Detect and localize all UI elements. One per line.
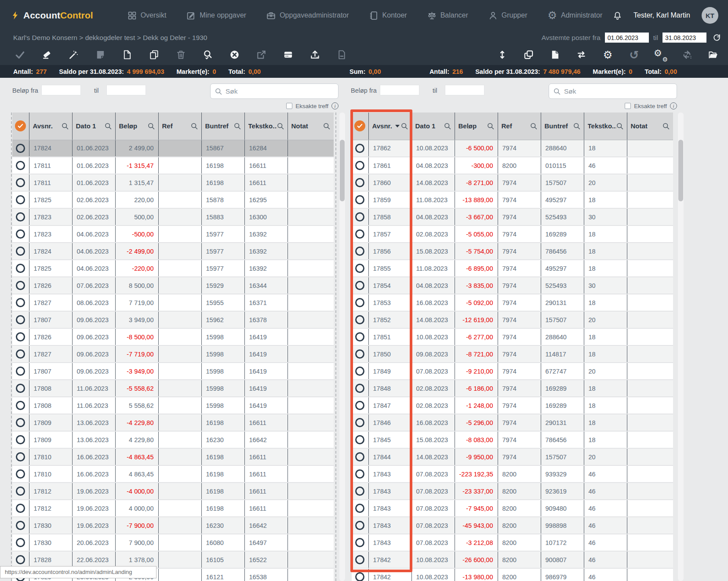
column-search-icon[interactable] xyxy=(530,123,537,130)
column-search-icon[interactable] xyxy=(662,123,670,130)
row-select-circle[interactable] xyxy=(16,435,25,444)
table-row[interactable]: 1782401.06.20232 499,001586716284 xyxy=(12,140,334,157)
row-select-circle[interactable] xyxy=(355,298,364,307)
column-search-icon[interactable] xyxy=(191,123,198,130)
table-row[interactable]: 1784414.08.2023-9 950,00797415750720 xyxy=(352,448,673,465)
row-select-circle[interactable] xyxy=(355,229,364,239)
row-select-circle[interactable] xyxy=(16,504,25,513)
new-document-button[interactable] xyxy=(121,49,133,61)
table-row[interactable]: 1780709.06.2023-3 949,001599816419 xyxy=(12,363,334,380)
column-header-bel-p[interactable]: Beløp xyxy=(115,113,158,140)
search-input-left[interactable] xyxy=(226,87,334,95)
table-row[interactable]: 1785911.08.2023-13 889,00797449529718 xyxy=(352,191,673,208)
row-select-circle[interactable] xyxy=(16,401,25,410)
gears-settings-button[interactable]: ⚙⚙ xyxy=(655,49,666,61)
nav-balancer[interactable]: Balancer xyxy=(427,10,468,21)
column-header-avsnr[interactable]: Avsnr. xyxy=(368,113,411,140)
row-select-circle[interactable] xyxy=(16,161,25,170)
row-select-circle[interactable] xyxy=(355,418,364,427)
table-row[interactable]: 1784210.08.2023-13 980,00820098697946 xyxy=(352,568,673,581)
table-row[interactable]: 1784702.08.2023-1 248,00797416928918 xyxy=(352,397,673,414)
row-select-circle[interactable] xyxy=(355,538,364,547)
table-row[interactable]: 1780811.06.2023-5 558,621599816419 xyxy=(12,380,334,397)
table-row[interactable]: 1784515.08.2023-8 083,00797478645618 xyxy=(352,431,673,448)
table-row[interactable]: 1785404.08.2023-3 835,00797452549330 xyxy=(352,277,673,294)
row-select-circle[interactable] xyxy=(355,452,364,461)
info-icon[interactable]: i xyxy=(331,102,339,109)
column-search-icon[interactable] xyxy=(323,123,330,130)
transfer-arrows-button[interactable] xyxy=(575,49,587,61)
table-row[interactable]: 1781016.06.2023-4 863,451619816611 xyxy=(12,448,334,465)
table-row[interactable]: 1781101.06.2023-1 315,471619816611 xyxy=(12,157,334,174)
row-select-circle[interactable] xyxy=(355,487,364,496)
table-row[interactable]: 1783020.06.20237 900,001608016497 xyxy=(12,534,334,551)
row-select-circle[interactable] xyxy=(355,195,364,204)
settings-gear-button[interactable]: ⚙ xyxy=(602,49,614,61)
table-row[interactable]: 1784802.08.2023-6 186,00797416928918 xyxy=(352,380,673,397)
select-all-circle[interactable] xyxy=(352,113,368,140)
vertical-resize-button[interactable] xyxy=(496,49,508,61)
row-select-circle[interactable] xyxy=(16,212,25,222)
nav-grupper[interactable]: Grupper xyxy=(488,10,528,21)
document-minus-button[interactable] xyxy=(336,49,348,61)
table-row[interactable]: 1784907.08.2023-9 210,00797467274720 xyxy=(352,363,673,380)
table-row[interactable]: 1785511.08.2023-6 895,00797449529718 xyxy=(352,260,673,277)
table-row[interactable]: 1785110.08.2023-6 277,00797428864018 xyxy=(352,328,673,345)
date-to-input[interactable] xyxy=(662,33,706,43)
column-header-ref[interactable]: Ref xyxy=(498,113,541,140)
table-row[interactable]: 1784307.08.2023-3 212,08820010717246 xyxy=(352,534,673,551)
row-select-circle[interactable] xyxy=(355,349,364,359)
left-table-scrollbar[interactable] xyxy=(339,113,345,581)
exact-match-checkbox[interactable] xyxy=(286,103,292,109)
share-export-button[interactable] xyxy=(255,49,267,61)
row-select-circle[interactable] xyxy=(16,281,25,290)
column-search-icon[interactable] xyxy=(148,123,155,130)
refresh-icon[interactable] xyxy=(713,33,721,42)
date-from-input[interactable] xyxy=(605,33,649,43)
table-row[interactable]: 1783019.06.2023-7 900,001623016642 xyxy=(12,517,334,534)
info-icon[interactable]: i xyxy=(670,102,677,109)
nav-mine-oppgaver[interactable]: Mine oppgaver xyxy=(186,10,246,21)
column-header-notat[interactable]: Notat xyxy=(288,113,334,140)
table-row[interactable]: 1786014.08.2023-8 271,00797415750720 xyxy=(352,174,673,191)
eraser-button[interactable] xyxy=(41,49,53,61)
column-search-icon[interactable] xyxy=(444,123,451,130)
magic-wand-button[interactable] xyxy=(68,49,80,61)
row-select-circle[interactable] xyxy=(16,384,25,393)
nav-kontoer[interactable]: Kontoer xyxy=(369,10,407,21)
column-header-tekstko[interactable]: Tekstko... xyxy=(244,113,288,140)
row-select-circle[interactable] xyxy=(355,367,364,376)
row-select-circle[interactable] xyxy=(16,452,25,461)
table-row[interactable]: 1784307.08.2023-7 945,00820090948046 xyxy=(352,500,673,517)
column-search-icon[interactable] xyxy=(277,123,284,130)
row-select-circle[interactable] xyxy=(355,264,364,273)
row-select-circle[interactable] xyxy=(355,469,364,479)
row-select-circle[interactable] xyxy=(355,281,364,290)
column-header-buntref[interactable]: Buntref xyxy=(541,113,584,140)
table-row[interactable]: 1780913.06.2023-4 229,801619816611 xyxy=(12,414,334,431)
column-header-notat[interactable]: Notat xyxy=(627,113,673,140)
row-select-circle[interactable] xyxy=(355,247,364,256)
row-select-circle[interactable] xyxy=(16,349,25,359)
column-search-icon[interactable] xyxy=(401,123,408,130)
table-row[interactable]: 1784307.08.2023-223 192,35820093932946 xyxy=(352,465,673,483)
user-name[interactable]: Tester, Karl Martin xyxy=(633,11,690,19)
column-search-icon[interactable] xyxy=(616,123,623,130)
avatar[interactable]: KT xyxy=(702,7,718,24)
scrollbar-thumb[interactable] xyxy=(678,140,683,201)
table-row[interactable]: 1782609.06.2023-8 500,001599816419 xyxy=(12,328,334,345)
copy-documents-button[interactable] xyxy=(148,49,160,61)
column-search-icon[interactable] xyxy=(62,123,69,130)
nav-administrator[interactable]: ⚙Administrator xyxy=(548,10,603,21)
overlap-windows-button[interactable] xyxy=(523,49,535,61)
row-select-circle[interactable] xyxy=(355,401,364,410)
table-row[interactable]: 1781219.06.20234 000,001619816611 xyxy=(12,500,334,517)
table-row[interactable]: 1782708.06.20237 719,001595516371 xyxy=(12,294,334,311)
note-button[interactable] xyxy=(95,49,106,61)
row-select-circle[interactable] xyxy=(16,555,25,564)
row-select-circle[interactable] xyxy=(16,521,25,530)
table-row[interactable]: 1782502.06.2023220,001587816295 xyxy=(12,191,334,208)
row-select-circle[interactable] xyxy=(16,332,25,341)
row-select-circle[interactable] xyxy=(16,195,25,204)
table-row[interactable]: 1780709.06.20233 949,001596216378 xyxy=(12,311,334,328)
